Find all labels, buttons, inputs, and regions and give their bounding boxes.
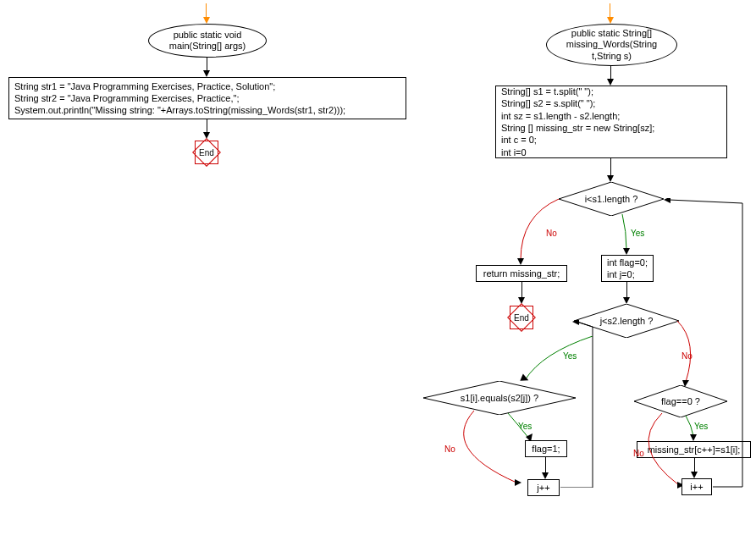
main-entry: public static void main(String[] args): [148, 24, 267, 58]
init-text: String[] s1 = t.split(" "); String[] s2 …: [501, 86, 721, 158]
inner-init: int flag=0; int j=0;: [601, 255, 654, 282]
jinc-text: j++: [533, 483, 554, 493]
cond4-text: flag==0 ?: [661, 396, 700, 406]
main-body: String str1 = "Java Programming Exercise…: [8, 77, 406, 119]
cond3-text: s1[i].equals(s2[j]) ?: [461, 393, 538, 403]
cond1-text: i<s1.length ?: [585, 194, 638, 204]
cond-inner-loop: j<s2.length ?: [574, 304, 679, 338]
main-end-text: End: [199, 148, 214, 157]
main-end: End: [193, 139, 220, 166]
func-entry: public static String[] missing_Words(Str…: [546, 24, 677, 66]
return-block: return missing_str;: [476, 265, 567, 282]
cond4-no: No: [633, 449, 644, 458]
cond3-yes: Yes: [518, 422, 532, 431]
flag-set: flag=1;: [525, 440, 567, 457]
inner-init-text: int flag=0; int j=0;: [607, 257, 648, 281]
cond2-text: j<s2.length ?: [600, 316, 654, 326]
main-entry-text: public static void main(String[] args): [169, 30, 246, 52]
iinc-text: i++: [687, 482, 706, 492]
cond-equals: s1[i].equals(s2[j]) ?: [423, 381, 576, 415]
svg-marker-13: [664, 198, 670, 203]
svg-marker-1: [517, 258, 524, 265]
flag-text: flag=1;: [531, 444, 561, 454]
cond1-no: No: [546, 229, 557, 238]
assign-text: missing_str[c++]=s1[i];: [643, 444, 745, 455]
i-increment: i++: [682, 478, 712, 495]
cond-outer-loop: i<s1.length ?: [559, 182, 664, 216]
func-entry-text: public static String[] missing_Words(Str…: [566, 28, 657, 62]
func-end-text: End: [514, 313, 529, 323]
cond2-yes: Yes: [563, 351, 577, 361]
assign-block: missing_str[c++]=s1[i];: [637, 441, 751, 458]
main-body-text: String str1 = "Java Programming Exercise…: [14, 80, 400, 117]
svg-marker-2: [623, 248, 630, 255]
cond-flag: flag==0 ?: [634, 385, 727, 417]
func-end: End: [508, 304, 535, 331]
svg-marker-8: [515, 479, 521, 486]
cond4-yes: Yes: [694, 422, 708, 431]
return-text: return missing_str;: [482, 268, 561, 279]
cond1-yes: Yes: [631, 229, 644, 238]
j-increment: j++: [527, 479, 560, 496]
svg-marker-11: [690, 434, 697, 441]
cond3-no: No: [444, 444, 455, 454]
init-block: String[] s1 = t.split(" "); String[] s2 …: [495, 86, 727, 158]
cond2-no: No: [682, 351, 693, 361]
